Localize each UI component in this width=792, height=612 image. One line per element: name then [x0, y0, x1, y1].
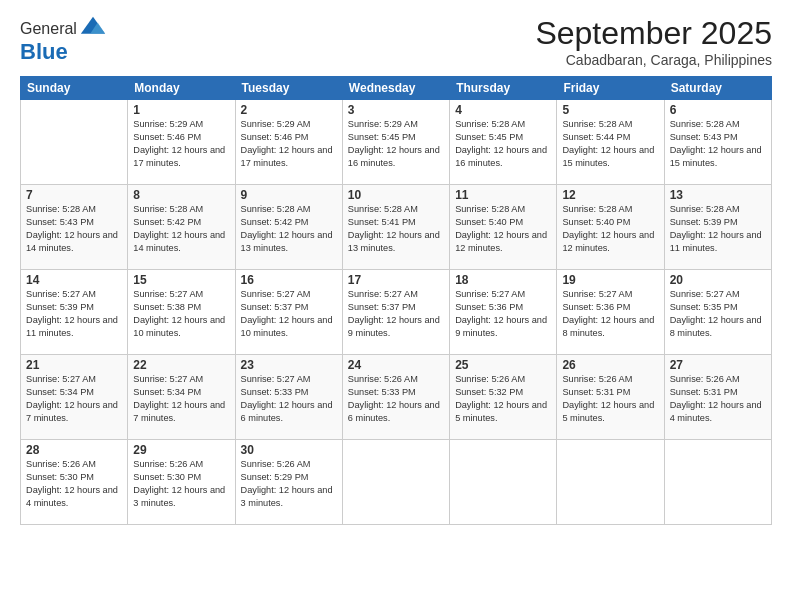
day-info: Sunrise: 5:29 AMSunset: 5:45 PMDaylight:… — [348, 118, 444, 170]
daylight-text: Daylight: 12 hours and 9 minutes. — [348, 315, 440, 338]
sunrise-text: Sunrise: 5:26 AM — [133, 459, 203, 469]
day-number: 11 — [455, 188, 551, 202]
day-number: 2 — [241, 103, 337, 117]
day-info: Sunrise: 5:26 AMSunset: 5:32 PMDaylight:… — [455, 373, 551, 425]
day-info: Sunrise: 5:27 AMSunset: 5:36 PMDaylight:… — [455, 288, 551, 340]
col-wednesday: Wednesday — [342, 77, 449, 100]
sunrise-text: Sunrise: 5:27 AM — [241, 289, 311, 299]
table-row: 15Sunrise: 5:27 AMSunset: 5:38 PMDayligh… — [128, 270, 235, 355]
sunrise-text: Sunrise: 5:28 AM — [26, 204, 96, 214]
day-info: Sunrise: 5:28 AMSunset: 5:43 PMDaylight:… — [26, 203, 122, 255]
day-number: 12 — [562, 188, 658, 202]
sunset-text: Sunset: 5:34 PM — [26, 387, 94, 397]
sunset-text: Sunset: 5:30 PM — [26, 472, 94, 482]
table-row: 16Sunrise: 5:27 AMSunset: 5:37 PMDayligh… — [235, 270, 342, 355]
table-row: 12Sunrise: 5:28 AMSunset: 5:40 PMDayligh… — [557, 185, 664, 270]
daylight-text: Daylight: 12 hours and 10 minutes. — [241, 315, 333, 338]
sunrise-text: Sunrise: 5:28 AM — [348, 204, 418, 214]
daylight-text: Daylight: 12 hours and 9 minutes. — [455, 315, 547, 338]
table-row: 2Sunrise: 5:29 AMSunset: 5:46 PMDaylight… — [235, 100, 342, 185]
sunset-text: Sunset: 5:34 PM — [133, 387, 201, 397]
daylight-text: Daylight: 12 hours and 3 minutes. — [241, 485, 333, 508]
sunrise-text: Sunrise: 5:26 AM — [670, 374, 740, 384]
day-number: 22 — [133, 358, 229, 372]
daylight-text: Daylight: 12 hours and 3 minutes. — [133, 485, 225, 508]
table-row — [664, 440, 771, 525]
header: General Blue September 2025 Cabadbaran, … — [20, 15, 772, 68]
sunset-text: Sunset: 5:41 PM — [348, 217, 416, 227]
sunset-text: Sunset: 5:39 PM — [670, 217, 738, 227]
daylight-text: Daylight: 12 hours and 16 minutes. — [348, 145, 440, 168]
sunrise-text: Sunrise: 5:26 AM — [241, 459, 311, 469]
sunrise-text: Sunrise: 5:26 AM — [26, 459, 96, 469]
daylight-text: Daylight: 12 hours and 6 minutes. — [348, 400, 440, 423]
day-number: 7 — [26, 188, 122, 202]
day-number: 13 — [670, 188, 766, 202]
daylight-text: Daylight: 12 hours and 13 minutes. — [348, 230, 440, 253]
day-info: Sunrise: 5:26 AMSunset: 5:31 PMDaylight:… — [670, 373, 766, 425]
sunrise-text: Sunrise: 5:28 AM — [562, 119, 632, 129]
daylight-text: Daylight: 12 hours and 4 minutes. — [670, 400, 762, 423]
daylight-text: Daylight: 12 hours and 4 minutes. — [26, 485, 118, 508]
sunset-text: Sunset: 5:38 PM — [133, 302, 201, 312]
table-row: 1Sunrise: 5:29 AMSunset: 5:46 PMDaylight… — [128, 100, 235, 185]
day-number: 29 — [133, 443, 229, 457]
sunset-text: Sunset: 5:39 PM — [26, 302, 94, 312]
sunset-text: Sunset: 5:31 PM — [670, 387, 738, 397]
day-number: 28 — [26, 443, 122, 457]
table-row: 27Sunrise: 5:26 AMSunset: 5:31 PMDayligh… — [664, 355, 771, 440]
daylight-text: Daylight: 12 hours and 14 minutes. — [133, 230, 225, 253]
sunset-text: Sunset: 5:46 PM — [241, 132, 309, 142]
sunrise-text: Sunrise: 5:27 AM — [562, 289, 632, 299]
day-number: 18 — [455, 273, 551, 287]
logo-general-text: General — [20, 20, 77, 38]
day-number: 30 — [241, 443, 337, 457]
table-row: 19Sunrise: 5:27 AMSunset: 5:36 PMDayligh… — [557, 270, 664, 355]
daylight-text: Daylight: 12 hours and 17 minutes. — [241, 145, 333, 168]
day-number: 27 — [670, 358, 766, 372]
table-row: 28Sunrise: 5:26 AMSunset: 5:30 PMDayligh… — [21, 440, 128, 525]
day-number: 26 — [562, 358, 658, 372]
day-info: Sunrise: 5:28 AMSunset: 5:41 PMDaylight:… — [348, 203, 444, 255]
sunset-text: Sunset: 5:46 PM — [133, 132, 201, 142]
sunrise-text: Sunrise: 5:27 AM — [348, 289, 418, 299]
sunrise-text: Sunrise: 5:27 AM — [133, 374, 203, 384]
daylight-text: Daylight: 12 hours and 11 minutes. — [26, 315, 118, 338]
col-thursday: Thursday — [450, 77, 557, 100]
table-row: 22Sunrise: 5:27 AMSunset: 5:34 PMDayligh… — [128, 355, 235, 440]
table-row: 6Sunrise: 5:28 AMSunset: 5:43 PMDaylight… — [664, 100, 771, 185]
sunrise-text: Sunrise: 5:28 AM — [670, 119, 740, 129]
sunrise-text: Sunrise: 5:26 AM — [562, 374, 632, 384]
table-row: 30Sunrise: 5:26 AMSunset: 5:29 PMDayligh… — [235, 440, 342, 525]
sunrise-text: Sunrise: 5:29 AM — [133, 119, 203, 129]
daylight-text: Daylight: 12 hours and 15 minutes. — [670, 145, 762, 168]
day-info: Sunrise: 5:27 AMSunset: 5:33 PMDaylight:… — [241, 373, 337, 425]
table-row: 17Sunrise: 5:27 AMSunset: 5:37 PMDayligh… — [342, 270, 449, 355]
day-info: Sunrise: 5:28 AMSunset: 5:40 PMDaylight:… — [455, 203, 551, 255]
daylight-text: Daylight: 12 hours and 13 minutes. — [241, 230, 333, 253]
table-row: 29Sunrise: 5:26 AMSunset: 5:30 PMDayligh… — [128, 440, 235, 525]
table-row: 13Sunrise: 5:28 AMSunset: 5:39 PMDayligh… — [664, 185, 771, 270]
sunrise-text: Sunrise: 5:28 AM — [455, 119, 525, 129]
page: General Blue September 2025 Cabadbaran, … — [0, 0, 792, 612]
table-row: 9Sunrise: 5:28 AMSunset: 5:42 PMDaylight… — [235, 185, 342, 270]
sunrise-text: Sunrise: 5:28 AM — [562, 204, 632, 214]
sunset-text: Sunset: 5:29 PM — [241, 472, 309, 482]
sunrise-text: Sunrise: 5:28 AM — [241, 204, 311, 214]
sunset-text: Sunset: 5:36 PM — [455, 302, 523, 312]
day-number: 9 — [241, 188, 337, 202]
daylight-text: Daylight: 12 hours and 17 minutes. — [133, 145, 225, 168]
sunrise-text: Sunrise: 5:26 AM — [348, 374, 418, 384]
sunrise-text: Sunrise: 5:27 AM — [455, 289, 525, 299]
day-info: Sunrise: 5:28 AMSunset: 5:40 PMDaylight:… — [562, 203, 658, 255]
sunset-text: Sunset: 5:44 PM — [562, 132, 630, 142]
day-number: 25 — [455, 358, 551, 372]
day-number: 1 — [133, 103, 229, 117]
table-row: 24Sunrise: 5:26 AMSunset: 5:33 PMDayligh… — [342, 355, 449, 440]
calendar-header-row: Sunday Monday Tuesday Wednesday Thursday… — [21, 77, 772, 100]
daylight-text: Daylight: 12 hours and 7 minutes. — [133, 400, 225, 423]
daylight-text: Daylight: 12 hours and 7 minutes. — [26, 400, 118, 423]
daylight-text: Daylight: 12 hours and 12 minutes. — [455, 230, 547, 253]
day-info: Sunrise: 5:28 AMSunset: 5:42 PMDaylight:… — [133, 203, 229, 255]
table-row: 25Sunrise: 5:26 AMSunset: 5:32 PMDayligh… — [450, 355, 557, 440]
